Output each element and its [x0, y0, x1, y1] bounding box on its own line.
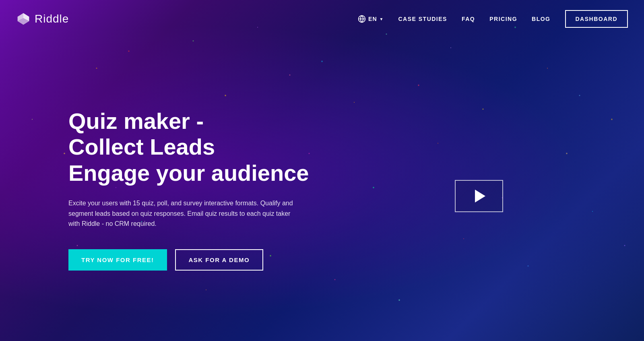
- hero-description: Excite your users with 15 quiz, poll, an…: [68, 198, 294, 229]
- hero-buttons: TRY NOW FOR FREE! ASK FOR A DEMO: [68, 249, 309, 271]
- play-button-container: [455, 180, 503, 212]
- ask-demo-button[interactable]: ASK FOR A DEMO: [175, 249, 264, 271]
- lang-selector[interactable]: EN ▼: [358, 15, 384, 23]
- try-now-button[interactable]: TRY NOW FOR FREE!: [68, 249, 167, 271]
- lang-label: EN: [368, 16, 377, 22]
- nav-blog[interactable]: BLOG: [532, 16, 550, 22]
- hero-title-line2: Collect Leads: [68, 134, 215, 159]
- hero-content: Quiz maker - Collect Leads Engage your a…: [0, 38, 644, 341]
- dashboard-button[interactable]: DASHBOARD: [565, 10, 628, 28]
- hero-title: Quiz maker - Collect Leads Engage your a…: [68, 108, 309, 186]
- nav-case-studies[interactable]: CASE STUDIES: [398, 16, 447, 22]
- chevron-down-icon: ▼: [380, 17, 384, 21]
- navbar: Riddle EN ▼ CASE STUDIES FAQ PRICING BLO…: [0, 0, 644, 38]
- hero-title-line1: Quiz maker -: [68, 108, 204, 134]
- globe-icon: [358, 15, 366, 23]
- logo[interactable]: Riddle: [16, 12, 69, 26]
- nav-links: EN ▼ CASE STUDIES FAQ PRICING BLOG DASHB…: [358, 10, 628, 28]
- play-button[interactable]: [455, 180, 503, 212]
- hero-title-line3: Engage your audience: [68, 160, 309, 186]
- nav-pricing[interactable]: PRICING: [489, 16, 517, 22]
- nav-faq[interactable]: FAQ: [462, 16, 475, 22]
- logo-text: Riddle: [35, 12, 69, 25]
- play-triangle-icon: [475, 190, 485, 203]
- hero-section: Riddle EN ▼ CASE STUDIES FAQ PRICING BLO…: [0, 0, 644, 341]
- logo-icon: [16, 12, 31, 26]
- hero-text-block: Quiz maker - Collect Leads Engage your a…: [68, 108, 309, 271]
